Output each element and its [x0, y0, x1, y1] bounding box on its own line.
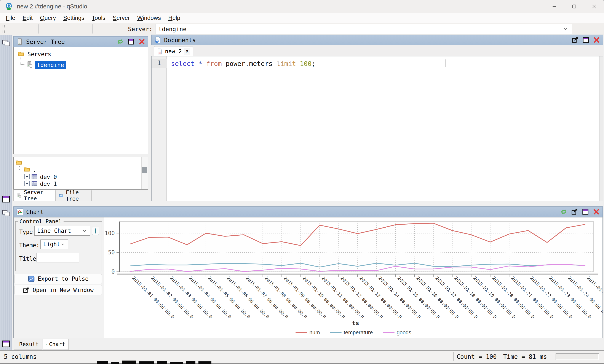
close-panel-icon[interactable]	[592, 208, 600, 215]
chart-info-button[interactable]	[92, 227, 99, 235]
tree-expander[interactable]: +	[25, 181, 30, 186]
new-file-button[interactable]	[6, 24, 16, 34]
svg-text:50: 50	[108, 249, 115, 256]
editor-scrollbar[interactable]	[599, 56, 603, 201]
menu-settings[interactable]: Settings	[60, 13, 88, 23]
chart-title-input[interactable]	[37, 253, 79, 263]
tree-item-dev_1[interactable]: dev_1	[40, 181, 57, 187]
tree-item-dev_0[interactable]: dev_0	[40, 174, 57, 180]
status-separator	[550, 352, 550, 361]
new-document-icon	[7, 25, 15, 33]
tab-chart[interactable]: Chart	[43, 339, 69, 350]
status-separator	[453, 352, 453, 361]
window-bottom-edge	[0, 363, 604, 364]
open-file-button[interactable]	[26, 24, 36, 34]
toolbar-separator	[92, 25, 93, 34]
refresh-icon[interactable]	[116, 38, 124, 45]
theme-value: Light	[43, 241, 60, 248]
open-in-new-window-icon[interactable]	[571, 208, 578, 215]
sql-token	[222, 60, 226, 67]
menu-file[interactable]: File	[2, 13, 19, 23]
save-icon	[17, 25, 25, 33]
server-add-icon	[593, 25, 601, 33]
panel-window-icon[interactable]	[2, 196, 10, 202]
folder-icon[interactable]	[24, 166, 30, 173]
paste-button[interactable]	[70, 24, 80, 34]
folder-icon[interactable]	[15, 159, 22, 166]
menu-windows[interactable]: Windows	[134, 13, 165, 23]
chart-type-select[interactable]: Line Chart	[34, 226, 90, 236]
legend-item-goods[interactable]: goods	[383, 329, 411, 336]
document-tab-icon	[157, 48, 163, 55]
theme-select[interactable]: Light	[40, 239, 68, 249]
window-title: new 2 #tdengine - qStudio	[17, 3, 87, 10]
refresh-icon[interactable]	[560, 208, 567, 215]
close-button[interactable]	[584, 0, 604, 13]
stop-icon	[81, 25, 89, 33]
status-item: Count = 100	[457, 353, 497, 360]
tab-label: Result	[19, 341, 39, 347]
folder-icon[interactable]	[17, 50, 25, 57]
background-artifact	[157, 361, 167, 364]
close-panel-icon[interactable]	[593, 36, 600, 44]
restore-panel-icon[interactable]	[2, 210, 10, 217]
maximize-panel-icon[interactable]	[127, 38, 135, 45]
tree-item-.[interactable]: .	[33, 167, 36, 173]
server-label: Server:	[128, 26, 153, 32]
legend-label: temperature	[344, 329, 373, 336]
run-highlighted-button[interactable]	[61, 24, 70, 34]
file-tree-scrollbar[interactable]	[141, 157, 148, 189]
save-button[interactable]	[16, 24, 26, 34]
close-tab-button[interactable]: x	[184, 48, 190, 55]
tree-expander[interactable]: +	[25, 174, 30, 179]
sql-token	[273, 60, 277, 67]
legend-item-temperature[interactable]: temperature	[330, 329, 373, 336]
toolbar-grip[interactable]	[3, 25, 5, 33]
maximize-panel-icon[interactable]	[582, 36, 590, 44]
tree-item-tdengine-selected[interactable]: tdengine	[35, 61, 66, 69]
scrollbar-thumb[interactable]	[142, 167, 147, 173]
run-query-button[interactable]	[41, 24, 50, 34]
copy-results-button[interactable]	[572, 24, 582, 34]
tab-new-2[interactable]: new 2 x	[154, 46, 193, 56]
export-to-pulse-button[interactable]: Export to Pulse	[14, 274, 102, 284]
qstudio-window: new 2 #tdengine - qStudio FileEditQueryS…	[0, 0, 604, 364]
editor-gutter: 1	[151, 56, 167, 201]
add-server-button[interactable]	[592, 24, 602, 34]
server-tree-title: Server Tree	[26, 38, 65, 45]
open-in-new-window-icon[interactable]	[571, 36, 579, 44]
sql-code-line[interactable]: select * from power.meters limit 100;	[171, 60, 315, 67]
sql-editor[interactable]: 1 select * from power.meters limit 100;	[151, 56, 603, 201]
menu-edit[interactable]: Edit	[19, 13, 37, 23]
menu-help[interactable]: Help	[164, 13, 184, 23]
table-icon[interactable]	[31, 173, 38, 180]
send-query-button[interactable]	[95, 24, 105, 34]
server-icon[interactable]	[26, 61, 34, 68]
server-select[interactable]: tdengine	[155, 24, 572, 34]
tab-server-tree[interactable]: Server Tree	[13, 190, 55, 201]
menu-server[interactable]: Server	[109, 13, 134, 23]
cancel-query-button[interactable]	[80, 24, 90, 34]
maximize-panel-icon[interactable]	[582, 208, 589, 215]
maximize-button[interactable]	[564, 0, 584, 13]
run-current-line-button[interactable]	[50, 24, 61, 34]
table-icon[interactable]	[31, 180, 38, 187]
restore-panel-icon[interactable]	[2, 40, 10, 47]
tree-item-servers[interactable]: Servers	[27, 51, 51, 58]
background-artifact	[122, 361, 136, 364]
minimize-button[interactable]	[544, 0, 564, 13]
menu-query[interactable]: Query	[36, 13, 60, 23]
menu-tools[interactable]: Tools	[88, 13, 109, 23]
close-panel-icon[interactable]	[138, 38, 146, 45]
panel-window-icon[interactable]	[2, 340, 10, 347]
background-artifact	[97, 361, 108, 364]
legend-item-num[interactable]: num	[296, 329, 320, 336]
edit-server-button[interactable]	[582, 24, 592, 34]
tree-expander[interactable]: -	[17, 167, 22, 172]
tab-result[interactable]: Result	[14, 339, 42, 350]
open-in-new-window-button[interactable]: Open in New Window	[14, 285, 102, 295]
tree-connector	[21, 64, 25, 65]
schedule-query-button[interactable]	[105, 24, 114, 34]
run-script-button[interactable]	[114, 24, 125, 34]
tab-file-tree[interactable]: File Tree	[55, 190, 92, 201]
